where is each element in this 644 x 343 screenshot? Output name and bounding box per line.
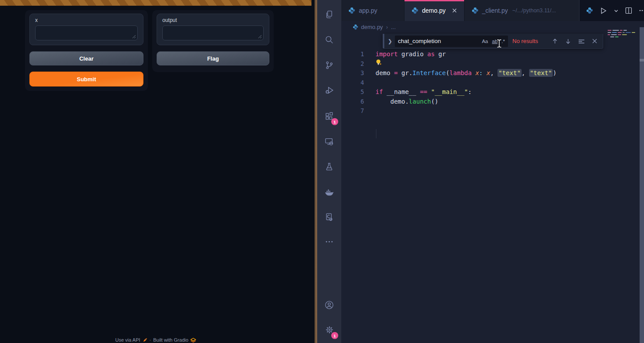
code-text: import gradio as gr xyxy=(364,50,446,59)
close-tab-icon[interactable] xyxy=(452,8,457,13)
code-token: as xyxy=(427,51,435,58)
split-editor-icon[interactable] xyxy=(625,7,632,14)
resize-handle-icon[interactable] xyxy=(258,35,262,39)
run-dropdown-chevron-icon[interactable] xyxy=(614,8,619,13)
python-file-icon xyxy=(472,7,479,14)
run-python-file-button[interactable] xyxy=(600,7,607,14)
clear-button[interactable]: Clear xyxy=(29,51,143,65)
match-case-toggle[interactable]: Aa xyxy=(482,39,488,44)
close-find-widget-icon[interactable] xyxy=(592,38,597,44)
code-token: , xyxy=(522,69,529,76)
tab-demo-py[interactable]: demo.py xyxy=(404,0,465,21)
code-token: gr xyxy=(435,51,446,58)
editor-actions xyxy=(580,0,644,21)
tab-client-py[interactable]: _client.py ~/.../python3.11/... xyxy=(465,0,580,21)
extensions-badge: 1 xyxy=(331,118,338,125)
line-number: 2 xyxy=(341,59,364,69)
tab-bar: app.py demo.py _client.py ~/.../python3.… xyxy=(341,0,644,21)
code-token: import xyxy=(376,51,398,58)
code-text: demo.launch() xyxy=(364,97,438,107)
code-line: 7 xyxy=(341,106,644,116)
output-textarea[interactable] xyxy=(162,25,264,40)
regex-toggle[interactable]: .* xyxy=(501,39,505,44)
code-text xyxy=(364,59,376,69)
docker-icon[interactable] xyxy=(317,181,341,202)
code-token: "text" xyxy=(497,69,522,77)
find-input[interactable]: chat_completion Aa ab .* xyxy=(395,36,508,47)
input-label: x xyxy=(35,17,138,23)
breadcrumb: demo.py › ... xyxy=(341,21,644,32)
breadcrumb-symbol[interactable]: ... xyxy=(391,24,396,30)
flag-button[interactable]: Flag xyxy=(157,51,269,65)
output-column: output Flag xyxy=(152,10,274,72)
scrollbar[interactable] xyxy=(640,27,644,343)
tab-label: _client.py xyxy=(482,7,508,14)
code-token: gradio xyxy=(398,51,427,58)
explorer-icon[interactable] xyxy=(317,4,341,25)
line-number: 3 xyxy=(341,69,364,78)
code-token: demo. xyxy=(376,98,409,105)
gradio-app-pane: x Clear Submit output Flag Use via API · xyxy=(0,0,315,343)
testing-flask-icon[interactable] xyxy=(317,156,341,177)
code-token: launch xyxy=(409,98,431,105)
minimap[interactable] xyxy=(608,30,637,47)
code-text: if __name__ == "__main__": xyxy=(364,87,472,97)
code-text: demo = gr.Interface(lambda x: x, "text",… xyxy=(364,69,557,78)
code-token xyxy=(472,69,475,76)
line-number: 5 xyxy=(341,87,364,97)
settings-badge: 1 xyxy=(331,332,338,339)
code-editor[interactable]: 1import gradio as gr23demo = gr.Interfac… xyxy=(341,32,644,343)
tab-app-py[interactable]: app.py xyxy=(341,0,404,21)
gradio-logo-icon xyxy=(190,338,196,343)
code-line: 3demo = gr.Interface(lambda x: x, "text"… xyxy=(341,69,644,78)
breadcrumb-file-label: demo.py xyxy=(361,24,383,30)
code-token: gr. xyxy=(398,69,413,76)
extensions-icon[interactable]: 1 xyxy=(317,105,341,126)
code-token: , xyxy=(490,69,497,76)
find-in-selection-icon[interactable] xyxy=(578,38,585,44)
resize-handle-icon[interactable] xyxy=(132,35,136,39)
quick-fix-lightbulb-icon[interactable] xyxy=(375,59,383,66)
code-token: : xyxy=(479,69,483,76)
indent-guide xyxy=(376,129,376,138)
code-token: "__main__" xyxy=(431,88,468,95)
line-number: 4 xyxy=(341,78,364,88)
code-token: ) xyxy=(553,69,556,76)
search-icon[interactable] xyxy=(317,29,341,50)
input-column: x Clear Submit xyxy=(25,10,148,91)
settings-gear-icon[interactable]: 1 xyxy=(317,319,341,340)
output-label: output xyxy=(162,17,264,23)
code-token: x xyxy=(476,69,479,76)
remote-explorer-icon[interactable] xyxy=(317,131,341,152)
input-textarea[interactable] xyxy=(35,25,138,40)
python-interpreter-icon[interactable] xyxy=(586,7,593,14)
screen: x Clear Submit output Flag Use via API · xyxy=(0,0,644,343)
code-token: == xyxy=(420,88,427,95)
breadcrumb-file[interactable]: demo.py xyxy=(353,24,383,30)
submit-button[interactable]: Submit xyxy=(29,72,143,87)
tab-label: demo.py xyxy=(422,7,446,14)
use-via-api-link[interactable]: Use via API xyxy=(115,337,140,343)
tab-label: app.py xyxy=(359,7,377,14)
code-token: () xyxy=(431,98,438,105)
more-views-icon[interactable] xyxy=(317,231,341,252)
python-file-icon xyxy=(411,7,419,14)
source-control-icon[interactable] xyxy=(317,54,341,76)
api-rocket-icon xyxy=(143,338,147,343)
toggle-replace-chevron-icon[interactable]: ❯ xyxy=(385,38,395,44)
accounts-icon[interactable] xyxy=(317,294,341,315)
find-widget-sash[interactable] xyxy=(383,34,384,48)
scrollbar-thumb[interactable] xyxy=(640,59,644,61)
breadcrumb-separator: › xyxy=(386,24,388,30)
gradio-footer: Use via API · Built with Gradio xyxy=(0,337,311,343)
whole-word-toggle[interactable]: ab xyxy=(492,39,498,44)
vscode-window: 1 1 xyxy=(317,0,644,343)
next-match-icon[interactable] xyxy=(565,38,571,44)
find-actions xyxy=(552,38,597,44)
more-actions-icon[interactable] xyxy=(639,7,644,14)
run-and-debug-icon[interactable] xyxy=(317,80,341,101)
built-with-gradio-link[interactable]: Built with Gradio xyxy=(153,337,188,343)
cmake-tools-icon[interactable] xyxy=(317,206,341,227)
previous-match-icon[interactable] xyxy=(552,38,558,44)
editor-group: app.py demo.py _client.py ~/.../python3.… xyxy=(341,0,644,343)
